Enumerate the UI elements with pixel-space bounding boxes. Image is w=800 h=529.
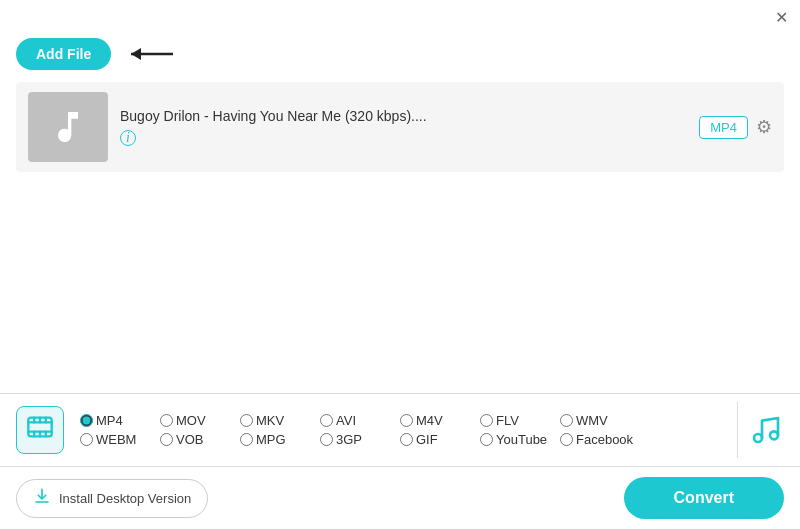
install-desktop-button[interactable]: Install Desktop Version: [16, 479, 208, 518]
file-actions: MP4 ⚙: [699, 116, 772, 139]
close-button[interactable]: ✕: [772, 8, 790, 26]
file-item: Bugoy Drilon - Having You Near Me (320 k…: [16, 82, 784, 172]
convert-button[interactable]: Convert: [624, 477, 784, 519]
arrow-svg: [123, 40, 183, 68]
format-3gp[interactable]: 3GP: [320, 432, 400, 447]
format-mpg[interactable]: MPG: [240, 432, 320, 447]
bottom-actions: Install Desktop Version Convert: [0, 467, 800, 529]
format-facebook[interactable]: Facebook: [560, 432, 640, 447]
music-note-icon: [48, 107, 88, 147]
info-icon[interactable]: i: [120, 130, 136, 146]
format-wmv[interactable]: WMV: [560, 413, 640, 428]
format-mp4[interactable]: MP4: [80, 413, 160, 428]
file-info: Bugoy Drilon - Having You Near Me (320 k…: [120, 108, 687, 146]
video-format-icon-box: [16, 406, 64, 454]
format-mkv[interactable]: MKV: [240, 413, 320, 428]
svg-point-11: [754, 434, 762, 442]
format-webm[interactable]: WEBM: [80, 432, 160, 447]
bottom-panel: MP4 MOV MKV AVI M4V FLV WMV WEBM VOB MPG…: [0, 393, 800, 529]
format-youtube[interactable]: YouTube: [480, 432, 560, 447]
music-format-icon[interactable]: [748, 412, 784, 448]
download-icon: [33, 487, 51, 510]
add-file-button[interactable]: Add File: [16, 38, 111, 70]
add-file-area: Add File: [16, 38, 784, 70]
film-icon: [26, 413, 54, 447]
format-flv[interactable]: FLV: [480, 413, 560, 428]
svg-point-12: [770, 431, 778, 439]
format-mov[interactable]: MOV: [160, 413, 240, 428]
settings-icon[interactable]: ⚙: [756, 116, 772, 138]
format-selection: MP4 MOV MKV AVI M4V FLV WMV WEBM VOB MPG…: [0, 394, 800, 467]
format-badge[interactable]: MP4: [699, 116, 748, 139]
format-m4v[interactable]: M4V: [400, 413, 480, 428]
format-gif[interactable]: GIF: [400, 432, 480, 447]
install-label: Install Desktop Version: [59, 491, 191, 506]
format-radio-grid: MP4 MOV MKV AVI M4V FLV WMV WEBM VOB MPG…: [80, 413, 727, 447]
format-avi[interactable]: AVI: [320, 413, 400, 428]
svg-marker-1: [131, 48, 141, 60]
file-name: Bugoy Drilon - Having You Near Me (320 k…: [120, 108, 687, 124]
format-separator: [737, 402, 738, 458]
format-vob[interactable]: VOB: [160, 432, 240, 447]
main-content: Add File Bugoy Drilon - Having You Near …: [0, 30, 800, 180]
file-thumbnail: [28, 92, 108, 162]
title-bar: ✕: [0, 0, 800, 30]
arrow-indicator: [123, 40, 183, 68]
